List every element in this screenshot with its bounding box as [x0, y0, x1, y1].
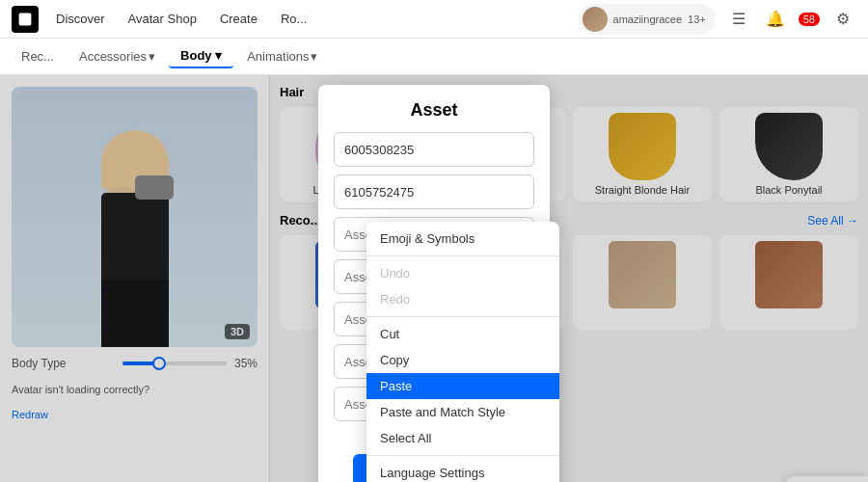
- top-nav: Discover Avatar Shop Create Ro... amazii…: [0, 0, 868, 39]
- user-chip[interactable]: amaziingracee 13+: [579, 4, 716, 35]
- nav-right: amaziingracee 13+ ☰ 🔔 58 ⚙: [579, 4, 856, 35]
- ctx-divider: [366, 255, 559, 256]
- ctx-paste-match[interactable]: Paste and Match Style: [366, 399, 559, 425]
- ctx-cut[interactable]: Cut: [366, 321, 559, 347]
- tab-rec[interactable]: Rec...: [10, 45, 66, 67]
- ctx-paste[interactable]: Paste: [366, 373, 559, 399]
- ctx-language[interactable]: Language Settings: [366, 460, 559, 482]
- dialog-title: Asset: [334, 100, 534, 120]
- ctx-divider: [366, 455, 559, 456]
- ctx-select-all[interactable]: Select All: [366, 425, 559, 451]
- username: amaziingracee: [613, 13, 683, 25]
- svg-rect-0: [19, 13, 32, 25]
- settings-icon[interactable]: ⚙: [829, 6, 856, 33]
- ctx-divider: [366, 316, 559, 317]
- asset-input-1[interactable]: [334, 132, 534, 167]
- nav-discover[interactable]: Discover: [46, 8, 115, 30]
- nav-ro[interactable]: Ro...: [271, 8, 316, 30]
- nav-links: Discover Avatar Shop Create Ro...: [46, 8, 579, 30]
- age-tag: 13+: [688, 13, 706, 25]
- nav-avatar-shop[interactable]: Avatar Shop: [119, 8, 206, 30]
- secondary-nav: Rec... Accessories ▾ Body ▾ Animations ▾: [0, 39, 868, 75]
- roblox-logo[interactable]: [12, 6, 39, 33]
- ctx-undo: Undo: [366, 260, 559, 286]
- asset-input-2[interactable]: [334, 174, 534, 209]
- messages-icon[interactable]: ☰: [725, 6, 752, 33]
- ctx-emoji[interactable]: Emoji & Symbols: [366, 226, 559, 252]
- tab-accessories[interactable]: Accessories ▾: [69, 45, 165, 67]
- notifications-icon[interactable]: 🔔: [762, 6, 789, 33]
- notif-count: 58: [799, 13, 820, 26]
- content-area: 3D Body Type 35% Avatar isn't loading co…: [0, 75, 868, 482]
- nav-create[interactable]: Create: [210, 8, 267, 30]
- user-avatar: [583, 7, 608, 32]
- tab-body[interactable]: Body ▾: [169, 44, 233, 68]
- ctx-redo: Redo: [366, 286, 559, 312]
- ctx-copy[interactable]: Copy: [366, 347, 559, 373]
- context-menu: Emoji & Symbols Undo Redo Cut Copy Paste…: [366, 222, 559, 482]
- tab-animations[interactable]: Animations ▾: [237, 45, 327, 67]
